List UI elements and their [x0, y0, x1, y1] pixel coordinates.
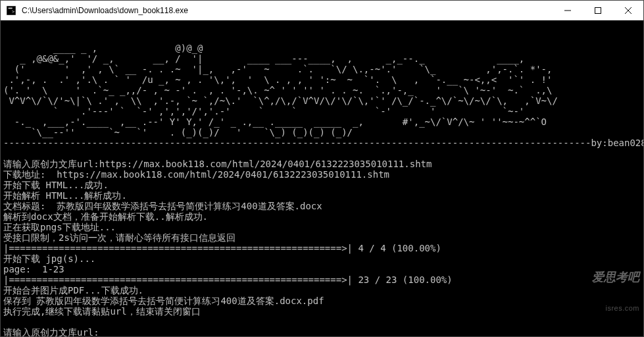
window-title: C:\Users\admin\Downloads\down_book118.ex… [22, 6, 553, 15]
ascii-art-banner: ____ _ , @)@_@ _ ,@&@&_,' '/ _, __, / '|… [3, 43, 558, 138]
close-button[interactable] [613, 1, 643, 20]
author-divider: ----------------------------------------… [3, 138, 643, 148]
svg-text:>: > [12, 9, 14, 14]
app-icon: > [6, 5, 16, 16]
maximize-button[interactable] [583, 1, 613, 20]
svg-rect-1 [9, 7, 12, 9]
app-window: > C:\Users\admin\Downloads\down_book118.… [0, 0, 644, 337]
minimize-button[interactable] [553, 1, 583, 20]
log-output: 请输入原创力文库url:https://max.book118.com/html… [3, 159, 453, 336]
window-controls [553, 1, 643, 20]
svg-rect-4 [595, 7, 601, 13]
console-output: ____ _ , @)@_@ _ ,@&@&_,' '/ _, __, / '|… [3, 43, 641, 336]
titlebar[interactable]: > C:\Users\admin\Downloads\down_book118.… [1, 1, 643, 20]
console-area[interactable]: ____ _ , @)@_@ _ ,@&@&_,' '/ _, __, / '|… [1, 20, 643, 336]
